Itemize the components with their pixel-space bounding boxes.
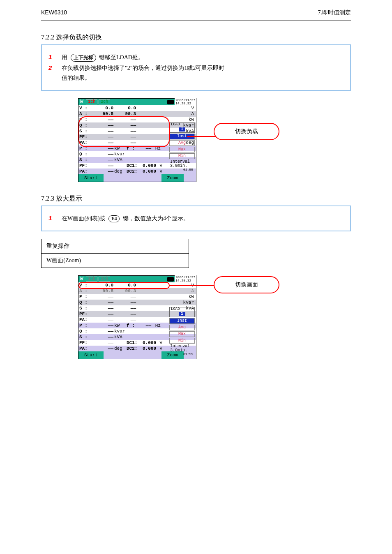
chapter-title-top: 7.即时值测定	[318, 9, 351, 16]
right-panel-2: LOAD 1 Inst Avg Max Min Interval 3.0min.…	[169, 306, 195, 356]
instruction-box-1: 1 用 上下光标 键移至LOAD处。 2 在负载切换选择中选择了"2"的场合，通…	[41, 44, 351, 91]
tab-2ch-2[interactable]: 2ch	[99, 277, 110, 282]
instruction-box-2: 1 在W画面(列表)按 F4 键，数值放大为4个显示。	[41, 205, 351, 231]
load-value[interactable]: 1	[179, 127, 185, 132]
key-up-down-cursor: 上下光标	[71, 54, 96, 62]
step-1b-number: 1	[48, 215, 62, 222]
w-logo: W	[78, 99, 85, 104]
tab-1ch[interactable]: 1ch	[86, 99, 97, 104]
step1b-a: 在W画面(列表)按	[62, 215, 106, 222]
operation-path-box: 重复操作 W画面(Zoom)	[41, 239, 189, 268]
section-7-2-2-title: 7.2.2 选择负载的切换	[41, 33, 351, 42]
btn-inst-2[interactable]: Inst	[169, 318, 195, 324]
key-f4: F4	[108, 215, 120, 222]
load-value-2[interactable]: 1	[179, 312, 185, 316]
step1a: 用	[62, 54, 67, 60]
callout-connector-1	[187, 136, 216, 137]
callout-bubble-1: 切换负载	[214, 123, 279, 140]
callout-bubble-2: 切换画面	[214, 276, 279, 293]
step2b: 值的结果。	[62, 74, 90, 82]
section-7-2-3-title: 7.2.3 放大显示	[41, 194, 351, 203]
w-logo-2: W	[78, 277, 85, 282]
btn-min-2[interactable]: Min	[169, 338, 195, 344]
screenshot-1-wrap: W 1ch 2ch 2006/11/2714:25:32 V :0.00.0V …	[78, 98, 325, 182]
btn-min[interactable]: Min	[169, 153, 195, 159]
card-icon-2	[167, 277, 174, 282]
doc-id: KEW6310	[41, 9, 67, 16]
card-icon	[167, 100, 174, 104]
step1b: 键移至LOAD处。	[99, 54, 144, 60]
btn-start[interactable]: Start	[78, 174, 104, 182]
device-screen-1: W 1ch 2ch 2006/11/2714:25:32 V :0.00.0V …	[78, 98, 196, 182]
btn-max[interactable]: Max	[169, 147, 195, 152]
btn-zoom[interactable]: Zoom	[161, 174, 184, 182]
screenshot-2-wrap: W 1ch 2ch 2006/11/2714:25:32 V :0.00.0V …	[78, 275, 325, 359]
tab-2ch[interactable]: 2ch	[99, 99, 110, 104]
right-panel-1: LOAD 1 Inst Avg Max Min Interval 3.0min.…	[169, 122, 195, 171]
btn-start-2[interactable]: Start	[78, 351, 104, 359]
step2a: 在负载切换选择中选择了"2"的场合，通过切换为1或2可显示即时	[62, 65, 224, 72]
datetime: 2006/11/2714:25:32	[175, 98, 196, 106]
step-1-number: 1	[48, 53, 62, 60]
btn-avg[interactable]: Avg	[169, 140, 195, 146]
step-2-number: 2	[48, 64, 62, 71]
callout-connector-2	[169, 285, 214, 286]
device-screen-2: W 1ch 2ch 2006/11/2714:25:32 V :0.00.0V …	[78, 275, 196, 359]
datetime-2: 2006/11/2714:25:32	[175, 275, 196, 283]
step1b-b: 键，数值放大为4个显示。	[123, 215, 189, 222]
btn-max-2[interactable]: Max	[169, 331, 195, 337]
top-rule	[41, 21, 351, 21]
btn-avg-2[interactable]: Avg	[169, 325, 195, 330]
tab-1ch-2[interactable]: 1ch	[86, 277, 97, 282]
